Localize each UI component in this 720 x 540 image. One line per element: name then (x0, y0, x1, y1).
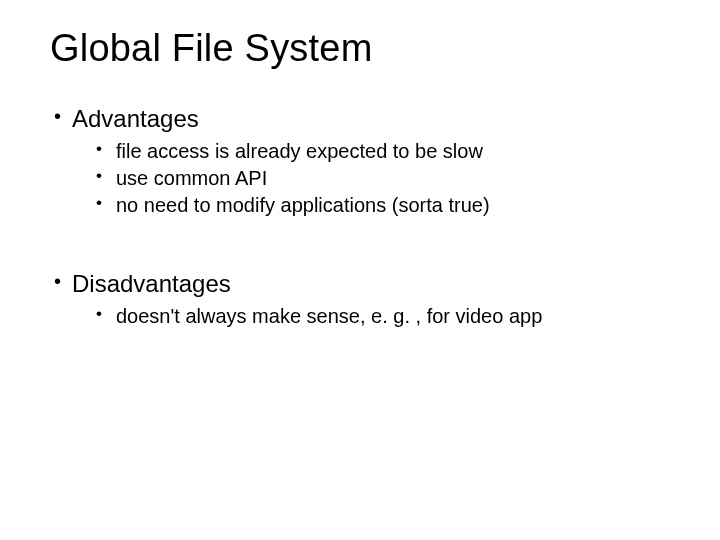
slide: Global File System Advantages file acces… (0, 0, 720, 540)
section-advantages: Advantages file access is already expect… (50, 104, 670, 219)
slide-title: Global File System (50, 28, 670, 70)
list-item: no need to modify applications (sorta tr… (72, 192, 670, 219)
sub-list: doesn't always make sense, e. g. , for v… (72, 303, 670, 330)
spacer (50, 225, 670, 269)
bullet-list: Disadvantages doesn't always make sense,… (50, 269, 670, 330)
list-item: file access is already expected to be sl… (72, 138, 670, 165)
list-item: doesn't always make sense, e. g. , for v… (72, 303, 670, 330)
section-disadvantages: Disadvantages doesn't always make sense,… (50, 269, 670, 330)
sub-list: file access is already expected to be sl… (72, 138, 670, 219)
section-heading: Disadvantages (72, 270, 231, 297)
list-item: use common API (72, 165, 670, 192)
section-heading: Advantages (72, 105, 199, 132)
bullet-list: Advantages file access is already expect… (50, 104, 670, 219)
